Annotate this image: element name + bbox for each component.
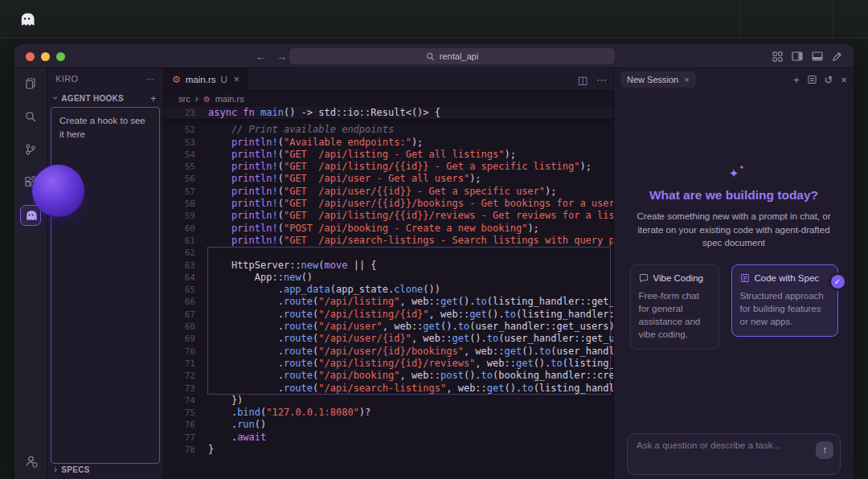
window-titlebar: ← → rental_api <box>14 44 854 68</box>
minimize-window-button[interactable] <box>41 52 50 61</box>
desktop: ← → rental_api <box>0 0 868 479</box>
explorer-icon[interactable] <box>20 73 41 94</box>
nav-back-button[interactable]: ← <box>256 51 266 63</box>
code-line[interactable]: 55 println!("GET /api/listing/{{id}} - G… <box>164 161 613 173</box>
chat-input-box[interactable]: ↑ <box>627 433 841 475</box>
tab-main-rs[interactable]: ⚙ main.rs U × <box>164 68 248 90</box>
code-line[interactable]: 71 .route("/api/listing/{id}/reviews", w… <box>164 358 613 370</box>
code-line[interactable]: 69 .route("/api/user/{id}", web::get().t… <box>164 333 613 345</box>
line-number: 62 <box>164 247 199 259</box>
line-number: 57 <box>164 186 199 198</box>
account-icon[interactable] <box>20 450 41 471</box>
code-line[interactable]: 53 println!("Available endpoints:"); <box>164 137 613 149</box>
line-number: 59 <box>164 210 199 222</box>
close-tab-icon[interactable]: × <box>234 74 240 85</box>
toggle-primary-sidebar-icon[interactable] <box>792 51 803 61</box>
line-number: 55 <box>164 161 199 173</box>
specs-section-header[interactable]: › SPECS <box>47 461 163 478</box>
code-line[interactable]: 57 println!("GET /api/user/{{id}} - Get … <box>164 186 613 198</box>
code-line[interactable]: 68 .route("/api/user", web::get().to(use… <box>164 321 613 333</box>
chevron-right-icon: › <box>54 464 57 475</box>
code-line[interactable]: 75 .bind("127.0.0.1:8080")? <box>164 407 613 419</box>
close-session-icon[interactable]: × <box>684 75 689 84</box>
code-line[interactable]: 64 App::new() <box>164 272 613 284</box>
code-line[interactable]: 67 .route("/api/listing/{id}", web::get(… <box>164 309 613 321</box>
editor-more-icon[interactable]: ⋯ <box>596 74 607 86</box>
line-number: 78 <box>164 444 199 456</box>
search-sidebar-icon[interactable] <box>20 106 41 127</box>
task-list-icon[interactable] <box>808 75 817 84</box>
chat-session-tab[interactable]: New Session × <box>620 72 696 88</box>
code-line[interactable]: 66 .route("/api/listing", web::get().to(… <box>164 296 613 308</box>
vibe-coding-card[interactable]: Vibe Coding Free-form chat for general a… <box>630 264 719 350</box>
sticky-scroll-line[interactable]: 23async fn main() -> std::io::Result<()>… <box>164 107 613 119</box>
code-line[interactable]: 63 HttpServer::new(move || { <box>164 260 613 272</box>
specs-label: SPECS <box>61 465 89 474</box>
history-icon[interactable]: ↺ <box>825 74 833 86</box>
code-line[interactable]: 61 println!("GET /api/search-listings - … <box>164 235 613 247</box>
code-line[interactable]: 65 .app_data(app_state.clone()) <box>164 284 613 296</box>
code-line[interactable]: 60 println!("POST /api/booking - Create … <box>164 223 613 235</box>
code-editor[interactable]: 23async fn main() -> std::io::Result<()>… <box>164 107 613 479</box>
code-line[interactable]: 74 }) <box>164 395 613 407</box>
cursor-highlight <box>32 165 84 217</box>
sparkle-icon: ✦ <box>729 166 739 181</box>
agent-hooks-empty-panel[interactable]: Create a hook to see it here <box>51 107 160 464</box>
code-line[interactable]: 70 .route("/api/user/{id}/bookings", web… <box>164 346 613 358</box>
code-line[interactable]: 23async fn main() -> std::io::Result<()>… <box>164 107 613 119</box>
kiro-sidebar: KIRO ⋯ › AGENT HOOKS + Create a hook to … <box>47 68 163 479</box>
zoom-window-button[interactable] <box>56 52 65 61</box>
line-number: 69 <box>164 333 199 345</box>
editor-group: ⚙ main.rs U × ◫ ⋯ src › ⚙ main.rs <box>163 68 613 479</box>
agent-hooks-section-header[interactable]: › AGENT HOOKS + <box>47 89 163 107</box>
code-with-spec-card[interactable]: Code with Spec Structured approach for b… <box>731 264 838 337</box>
breadcrumb-folder[interactable]: src <box>178 94 190 104</box>
chat-input[interactable] <box>628 434 840 474</box>
kiro-chat-panel: New Session × + ↺ × ✦ What are we buildi <box>613 68 854 479</box>
code-line[interactable]: 73 .route("/api/search-listings", web::g… <box>164 383 613 395</box>
code-line[interactable]: 76 .run() <box>164 419 613 431</box>
code-line[interactable]: 54 println!("GET /api/listing - Get all … <box>164 149 613 161</box>
command-center-search[interactable]: rental_api <box>289 48 615 64</box>
git-status-badge: U <box>220 75 227 84</box>
line-number: 76 <box>164 419 199 431</box>
chat-tab-bar: New Session × + ↺ × <box>614 68 854 91</box>
add-hook-button[interactable]: + <box>150 92 157 104</box>
close-panel-icon[interactable]: × <box>841 74 847 86</box>
chat-subheading: Create something new with a prompt in ch… <box>632 210 836 250</box>
breadcrumb-file[interactable]: main.rs <box>215 94 244 104</box>
chat-heading: What are we building today? <box>649 188 818 203</box>
customize-layout-icon[interactable] <box>772 51 783 62</box>
code-line[interactable]: 52 // Print available endpoints <box>164 124 613 136</box>
toggle-panel-icon[interactable] <box>812 51 823 61</box>
code-line[interactable]: 62 <box>164 247 613 259</box>
kiro-menubar-logo-icon[interactable] <box>19 12 35 27</box>
vibe-coding-desc: Free-form chat for general assistance an… <box>639 289 710 341</box>
code-line[interactable]: 56 println!("GET /api/user - Get all use… <box>164 173 613 185</box>
spec-document-icon <box>740 273 750 283</box>
split-editor-icon[interactable]: ◫ <box>578 74 588 86</box>
code-line[interactable]: 78} <box>164 444 613 456</box>
code-line[interactable]: 58 println!("GET /api/user/{{id}}/bookin… <box>164 198 613 210</box>
breadcrumb-separator: › <box>195 93 199 104</box>
line-number: 68 <box>164 321 199 333</box>
send-button[interactable]: ↑ <box>816 441 833 459</box>
new-session-icon[interactable]: + <box>793 74 800 86</box>
editor-tab-bar: ⚙ main.rs U × ◫ ⋯ <box>164 68 613 91</box>
rust-file-icon: ⚙ <box>203 95 211 104</box>
chat-tab-label: New Session <box>627 75 678 84</box>
close-window-button[interactable] <box>26 52 35 61</box>
line-number: 56 <box>164 173 199 185</box>
line-number: 66 <box>164 296 199 308</box>
pen-mode-icon[interactable] <box>832 51 842 62</box>
source-control-icon[interactable] <box>20 139 41 160</box>
breadcrumb[interactable]: src › ⚙ main.rs <box>164 91 613 107</box>
sidebar-more-icon[interactable]: ⋯ <box>146 74 155 84</box>
nav-forward-button[interactable]: → <box>276 51 287 63</box>
sidebar-title: KIRO <box>55 74 146 84</box>
code-line[interactable]: 72 .route("/api/booking", web::post().to… <box>164 370 613 382</box>
code-lines[interactable]: 52 // Print available endpoints53 printl… <box>164 119 613 456</box>
code-line[interactable]: 77 .await <box>164 432 613 444</box>
line-number: 72 <box>164 370 199 382</box>
code-line[interactable]: 59 println!("GET /api/listing/{{id}}/rev… <box>164 210 613 222</box>
